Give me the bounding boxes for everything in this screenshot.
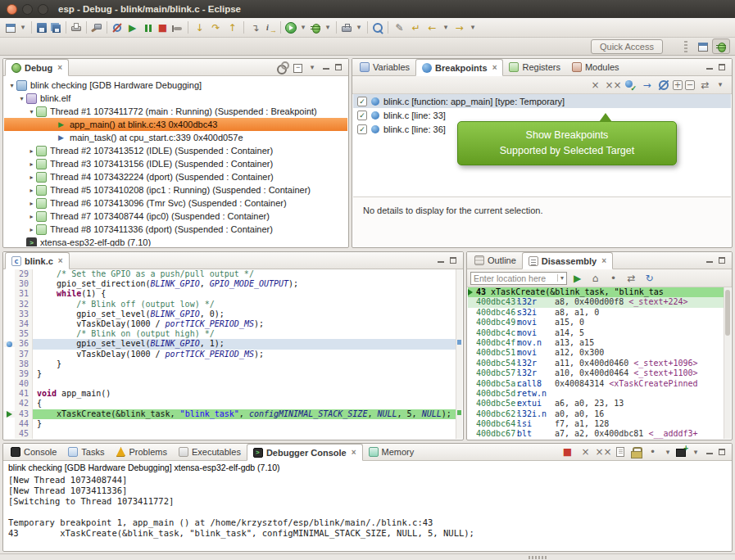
expander-icon[interactable]: ▸ — [27, 147, 36, 155]
tab-modules[interactable]: Modules — [566, 59, 625, 75]
remove-launch-icon[interactable]: × — [578, 445, 593, 460]
code-line[interactable]: 45 — [4, 429, 456, 439]
tab-close-icon[interactable]: × — [58, 256, 63, 265]
expander-icon[interactable]: ▾ — [7, 82, 16, 89]
tab-outline[interactable]: Outline — [469, 252, 522, 269]
code-line[interactable]: 34 vTaskDelay(1000 / portTICK_PERIOD_MS)… — [4, 319, 456, 329]
console-menu-icon[interactable]: ▾ — [691, 445, 701, 460]
location-input[interactable]: Enter location here ▾ — [470, 272, 567, 285]
forward-dropdown-icon[interactable]: ▾ — [468, 20, 478, 35]
tab-memory[interactable]: Memory — [363, 444, 420, 460]
minimize-view-icon[interactable] — [706, 256, 714, 264]
code-line[interactable]: 33 gpio_set_level(BLINK_GPIO, 0); — [4, 309, 456, 319]
window-minimize-icon[interactable] — [22, 4, 33, 15]
tab-breakpoints[interactable]: Breakpoints × — [415, 59, 503, 76]
code-line[interactable]: 42 { — [4, 399, 456, 409]
scroll-lock-icon[interactable] — [629, 445, 642, 458]
expander-icon[interactable]: ▾ — [27, 108, 36, 115]
disasm-instruction[interactable]: 400dbc46: s32i a8, a1, 0 — [468, 308, 724, 318]
disasm-instruction[interactable]: 400dbc43: l32r a8, 0x400d00f8 <_stext+22… — [468, 297, 724, 307]
disasm-instruction[interactable]: 400dbc64: lsi f7, a1, 128 — [468, 419, 724, 429]
external-tools-icon[interactable] — [340, 21, 353, 34]
home-icon[interactable]: ⌂ — [588, 270, 603, 286]
code-line[interactable]: 31 while(1) { — [4, 289, 456, 299]
collapse-all-icon[interactable]: − — [685, 80, 695, 90]
scrollbar[interactable] — [724, 287, 731, 439]
code-line[interactable]: 30 gpio_set_direction(BLINK_GPIO, GPIO_M… — [4, 279, 456, 289]
search-icon[interactable] — [371, 21, 384, 34]
step-over-icon[interactable]: ↷ — [208, 20, 224, 35]
minimize-view-icon[interactable] — [322, 63, 330, 71]
code-line[interactable]: 32 /* Blink off (output low) */ — [4, 300, 456, 309]
debug-dropdown-icon[interactable]: ▾ — [323, 20, 333, 35]
pin-view-icon[interactable]: • — [606, 270, 621, 286]
go-to-pc-icon[interactable]: ▶ — [569, 270, 585, 286]
annotation-icon[interactable]: ✎ — [392, 20, 407, 35]
breakpoint-item[interactable]: blink.c [line: 33] — [353, 108, 731, 122]
debug-tree-item[interactable]: main_task() at cpu_start.c:339 0x400d057… — [4, 131, 347, 144]
debug-tree-item[interactable]: ▾ blink.elf — [4, 92, 347, 105]
forward-icon[interactable]: → — [451, 20, 467, 35]
expander-icon[interactable]: ▸ — [27, 213, 36, 220]
debug-tree-item[interactable]: app_main() at blink.c:43 0x400dbc43 — [4, 118, 347, 131]
tab-close-icon[interactable]: × — [601, 256, 606, 265]
skip-all-breakpoints-icon[interactable] — [657, 79, 670, 92]
expander-icon[interactable]: ▸ — [27, 187, 36, 194]
maximize-view-icon[interactable] — [718, 63, 726, 71]
code-line[interactable]: 39 } — [4, 369, 456, 379]
print-icon[interactable] — [70, 21, 83, 34]
quick-access-button[interactable]: Quick Access — [591, 39, 663, 54]
code-line[interactable]: 38 } — [4, 359, 456, 369]
code-line[interactable]: 29 /* Set the GPIO as a push/pull output… — [4, 269, 456, 279]
disassembly-content[interactable]: 43 xTaskCreate(&blink_task, "blink_tas 4… — [468, 287, 724, 439]
debug-tree-item[interactable]: ▾ Thread #1 1073411772 (main : Running) … — [4, 105, 347, 118]
remove-all-breakpoints-icon[interactable]: ×× — [606, 77, 621, 93]
toolbar-grip[interactable] — [684, 40, 687, 52]
scrollbar-thumb[interactable] — [725, 290, 730, 336]
disasm-instruction[interactable]: 400dbc5e: extui a6, a0, 23, 13 — [468, 399, 724, 409]
breakpoint-checkbox[interactable] — [357, 97, 367, 106]
new-dropdown-icon[interactable]: ▾ — [18, 20, 28, 35]
debug-icon[interactable] — [309, 21, 322, 34]
gutter-marker[interactable] — [4, 411, 15, 418]
back-icon[interactable]: ← — [424, 20, 440, 35]
code-line[interactable]: 40 — [4, 379, 456, 389]
resume-icon[interactable]: ▶ — [125, 20, 140, 35]
code-line[interactable]: 41 void app_main() — [4, 389, 456, 399]
window-close-icon[interactable] — [7, 4, 17, 15]
link-with-view-icon[interactable]: ⇄ — [624, 270, 639, 286]
drop-to-frame-icon[interactable]: ↴ — [247, 20, 263, 35]
view-gears-icon[interactable] — [276, 61, 289, 74]
minimize-view-icon[interactable] — [706, 63, 714, 71]
go-to-file-icon[interactable]: → — [639, 77, 655, 93]
breakpoint-item[interactable]: blink.c [function: app_main] [type: Temp… — [353, 94, 731, 108]
expander-icon[interactable]: ▸ — [27, 200, 36, 207]
save-icon[interactable] — [35, 21, 48, 34]
breakpoint-checkbox[interactable] — [357, 111, 367, 120]
tab-close-icon[interactable]: × — [57, 63, 62, 72]
debug-tree-item[interactable]: ▸ Thread #7 1073408744 (ipc0) (Suspended… — [4, 210, 347, 223]
debug-tree-item[interactable]: ▾ blink checking [GDB Hardware Debugging… — [4, 79, 347, 92]
save-all-icon[interactable] — [49, 21, 62, 34]
clear-console-icon[interactable] — [614, 445, 627, 458]
code-line[interactable]: 43 xTaskCreate(&blink_task, "blink_task"… — [4, 409, 456, 419]
disasm-instruction[interactable]: 400dbc62: l32i.n a0, a0, 16 — [468, 409, 724, 419]
code-editor[interactable]: 29 /* Set the GPIO as a push/pull output… — [4, 269, 456, 439]
expander-icon[interactable]: ▸ — [27, 226, 36, 233]
external-tools-dropdown-icon[interactable]: ▾ — [354, 20, 364, 35]
tab-registers[interactable]: Registers — [503, 59, 565, 75]
build-icon[interactable] — [90, 21, 103, 34]
overview-ruler[interactable] — [456, 269, 462, 439]
step-into-icon[interactable]: ↓ — [192, 20, 207, 35]
tab-tasks[interactable]: Tasks — [62, 444, 110, 460]
run-icon[interactable] — [284, 21, 297, 34]
suspend-icon[interactable] — [141, 21, 154, 34]
window-maximize-icon[interactable] — [38, 4, 48, 15]
debug-tree[interactable]: ▾ blink checking [GDB Hardware Debugging… — [4, 76, 347, 246]
current-line-ruler-mark[interactable] — [457, 410, 461, 415]
code-line[interactable]: 37 vTaskDelay(1000 / portTICK_PERIOD_MS)… — [4, 350, 456, 359]
tab-debug[interactable]: Debug × — [5, 59, 69, 76]
tab-close-icon[interactable]: × — [352, 448, 356, 457]
gutter-marker[interactable] — [4, 341, 15, 347]
debug-perspective-icon[interactable] — [712, 38, 730, 54]
